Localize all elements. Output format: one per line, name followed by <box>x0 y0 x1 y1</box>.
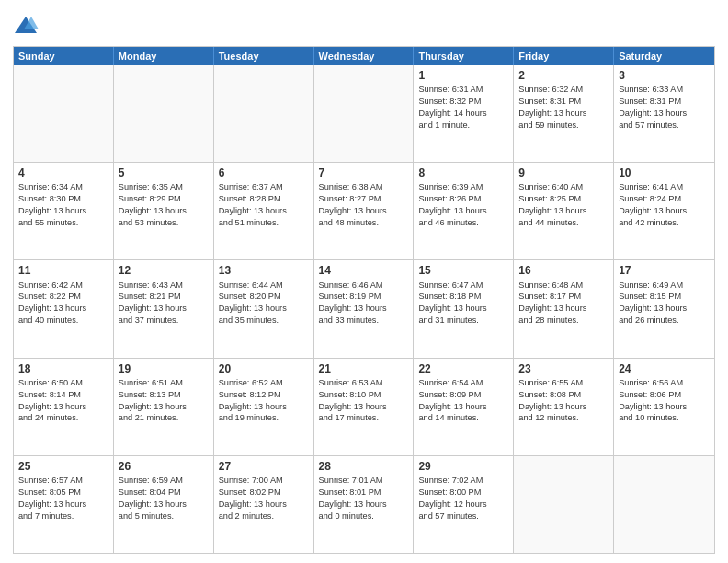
day-number: 29 <box>418 459 508 474</box>
day-number: 25 <box>18 459 108 474</box>
day-number: 10 <box>619 166 710 180</box>
calendar-cell <box>114 65 214 162</box>
header-day: Sunday <box>14 47 114 65</box>
page: SundayMondayTuesdayWednesdayThursdayFrid… <box>0 0 728 563</box>
day-number: 21 <box>319 362 409 376</box>
day-number: 8 <box>418 166 508 180</box>
calendar-cell: 25Sunrise: 6:57 AM Sunset: 8:05 PM Dayli… <box>14 456 114 553</box>
day-number: 22 <box>418 362 508 376</box>
cell-info: Sunrise: 7:00 AM Sunset: 8:02 PM Dayligh… <box>219 475 309 523</box>
calendar-row: 4Sunrise: 6:34 AM Sunset: 8:30 PM Daylig… <box>14 163 714 260</box>
calendar-cell: 2Sunrise: 6:32 AM Sunset: 8:31 PM Daylig… <box>514 65 614 162</box>
calendar-cell: 1Sunrise: 6:31 AM Sunset: 8:32 PM Daylig… <box>414 65 514 162</box>
calendar-cell: 11Sunrise: 6:42 AM Sunset: 8:22 PM Dayli… <box>14 260 114 357</box>
day-number: 27 <box>219 459 309 474</box>
cell-info: Sunrise: 6:44 AM Sunset: 8:20 PM Dayligh… <box>219 280 309 327</box>
cell-info: Sunrise: 6:33 AM Sunset: 8:31 PM Dayligh… <box>619 84 710 132</box>
day-number: 15 <box>418 263 508 278</box>
cell-info: Sunrise: 6:46 AM Sunset: 8:19 PM Dayligh… <box>319 280 409 327</box>
cell-info: Sunrise: 6:41 AM Sunset: 8:24 PM Dayligh… <box>619 181 710 229</box>
calendar-cell: 22Sunrise: 6:54 AM Sunset: 8:09 PM Dayli… <box>414 359 514 455</box>
calendar-cell <box>614 456 714 553</box>
header-day: Tuesday <box>214 47 314 65</box>
calendar-cell: 17Sunrise: 6:49 AM Sunset: 8:15 PM Dayli… <box>614 260 714 357</box>
cell-info: Sunrise: 6:50 AM Sunset: 8:14 PM Dayligh… <box>18 377 108 425</box>
calendar-cell <box>314 65 415 162</box>
calendar-cell: 19Sunrise: 6:51 AM Sunset: 8:13 PM Dayli… <box>114 359 214 455</box>
calendar-cell: 29Sunrise: 7:02 AM Sunset: 8:00 PM Dayli… <box>414 456 514 553</box>
day-number: 9 <box>518 166 609 180</box>
day-number: 20 <box>219 362 309 376</box>
day-number: 26 <box>119 459 209 474</box>
calendar-cell: 5Sunrise: 6:35 AM Sunset: 8:29 PM Daylig… <box>114 163 214 259</box>
day-number: 18 <box>18 362 108 376</box>
calendar-row: 11Sunrise: 6:42 AM Sunset: 8:22 PM Dayli… <box>14 260 714 358</box>
cell-info: Sunrise: 6:56 AM Sunset: 8:06 PM Dayligh… <box>619 377 710 425</box>
calendar-cell <box>514 456 614 553</box>
cell-info: Sunrise: 6:40 AM Sunset: 8:25 PM Dayligh… <box>518 181 609 229</box>
day-number: 5 <box>119 166 209 180</box>
header-day: Friday <box>514 47 614 65</box>
calendar-cell: 12Sunrise: 6:43 AM Sunset: 8:21 PM Dayli… <box>114 260 214 357</box>
day-number: 4 <box>18 166 108 180</box>
calendar-cell: 3Sunrise: 6:33 AM Sunset: 8:31 PM Daylig… <box>614 65 714 162</box>
calendar-cell: 15Sunrise: 6:47 AM Sunset: 8:18 PM Dayli… <box>414 260 514 357</box>
cell-info: Sunrise: 6:55 AM Sunset: 8:08 PM Dayligh… <box>518 377 609 425</box>
logo-icon <box>13 13 39 39</box>
cell-info: Sunrise: 7:02 AM Sunset: 8:00 PM Dayligh… <box>418 475 508 523</box>
header-day: Monday <box>114 47 214 65</box>
calendar-row: 18Sunrise: 6:50 AM Sunset: 8:14 PM Dayli… <box>14 359 714 456</box>
logo <box>13 13 40 39</box>
cell-info: Sunrise: 6:48 AM Sunset: 8:17 PM Dayligh… <box>518 280 609 327</box>
day-number: 19 <box>119 362 209 376</box>
calendar-cell: 27Sunrise: 7:00 AM Sunset: 8:02 PM Dayli… <box>214 456 314 553</box>
calendar-cell: 13Sunrise: 6:44 AM Sunset: 8:20 PM Dayli… <box>214 260 314 357</box>
calendar-cell: 26Sunrise: 6:59 AM Sunset: 8:04 PM Dayli… <box>114 456 214 553</box>
header-day: Saturday <box>614 47 714 65</box>
calendar-cell: 8Sunrise: 6:39 AM Sunset: 8:26 PM Daylig… <box>414 163 514 259</box>
cell-info: Sunrise: 6:52 AM Sunset: 8:12 PM Dayligh… <box>219 377 309 425</box>
calendar-cell <box>14 65 114 162</box>
calendar-cell: 10Sunrise: 6:41 AM Sunset: 8:24 PM Dayli… <box>614 163 714 259</box>
day-number: 11 <box>18 263 108 278</box>
calendar-cell: 16Sunrise: 6:48 AM Sunset: 8:17 PM Dayli… <box>514 260 614 357</box>
calendar-row: 1Sunrise: 6:31 AM Sunset: 8:32 PM Daylig… <box>14 65 714 163</box>
calendar-cell: 21Sunrise: 6:53 AM Sunset: 8:10 PM Dayli… <box>314 359 415 455</box>
cell-info: Sunrise: 6:34 AM Sunset: 8:30 PM Dayligh… <box>18 181 108 229</box>
day-number: 16 <box>518 263 609 278</box>
cell-info: Sunrise: 6:42 AM Sunset: 8:22 PM Dayligh… <box>18 280 108 327</box>
calendar-cell <box>214 65 314 162</box>
calendar-cell: 24Sunrise: 6:56 AM Sunset: 8:06 PM Dayli… <box>614 359 714 455</box>
cell-info: Sunrise: 6:47 AM Sunset: 8:18 PM Dayligh… <box>418 280 508 327</box>
cell-info: Sunrise: 7:01 AM Sunset: 8:01 PM Dayligh… <box>319 475 409 523</box>
day-number: 2 <box>518 68 609 83</box>
calendar-cell: 7Sunrise: 6:38 AM Sunset: 8:27 PM Daylig… <box>314 163 415 259</box>
header-day: Thursday <box>414 47 514 65</box>
cell-info: Sunrise: 6:59 AM Sunset: 8:04 PM Dayligh… <box>119 475 209 523</box>
cell-info: Sunrise: 6:57 AM Sunset: 8:05 PM Dayligh… <box>18 475 108 523</box>
calendar-cell: 6Sunrise: 6:37 AM Sunset: 8:28 PM Daylig… <box>214 163 314 259</box>
cell-info: Sunrise: 6:51 AM Sunset: 8:13 PM Dayligh… <box>119 377 209 425</box>
cell-info: Sunrise: 6:39 AM Sunset: 8:26 PM Dayligh… <box>418 181 508 229</box>
day-number: 12 <box>119 263 209 278</box>
calendar-cell: 28Sunrise: 7:01 AM Sunset: 8:01 PM Dayli… <box>314 456 415 553</box>
day-number: 23 <box>518 362 609 376</box>
calendar-body: 1Sunrise: 6:31 AM Sunset: 8:32 PM Daylig… <box>14 65 714 553</box>
calendar-header: SundayMondayTuesdayWednesdayThursdayFrid… <box>14 47 714 65</box>
day-number: 1 <box>418 68 508 83</box>
calendar: SundayMondayTuesdayWednesdayThursdayFrid… <box>13 46 715 554</box>
day-number: 28 <box>319 459 409 474</box>
cell-info: Sunrise: 6:38 AM Sunset: 8:27 PM Dayligh… <box>319 181 409 229</box>
calendar-cell: 4Sunrise: 6:34 AM Sunset: 8:30 PM Daylig… <box>14 163 114 259</box>
day-number: 14 <box>319 263 409 278</box>
cell-info: Sunrise: 6:49 AM Sunset: 8:15 PM Dayligh… <box>619 280 710 327</box>
calendar-cell: 9Sunrise: 6:40 AM Sunset: 8:25 PM Daylig… <box>514 163 614 259</box>
cell-info: Sunrise: 6:35 AM Sunset: 8:29 PM Dayligh… <box>119 181 209 229</box>
cell-info: Sunrise: 6:37 AM Sunset: 8:28 PM Dayligh… <box>219 181 309 229</box>
calendar-row: 25Sunrise: 6:57 AM Sunset: 8:05 PM Dayli… <box>14 456 714 553</box>
calendar-cell: 14Sunrise: 6:46 AM Sunset: 8:19 PM Dayli… <box>314 260 415 357</box>
day-number: 24 <box>619 362 710 376</box>
calendar-cell: 18Sunrise: 6:50 AM Sunset: 8:14 PM Dayli… <box>14 359 114 455</box>
cell-info: Sunrise: 6:54 AM Sunset: 8:09 PM Dayligh… <box>418 377 508 425</box>
day-number: 7 <box>319 166 409 180</box>
